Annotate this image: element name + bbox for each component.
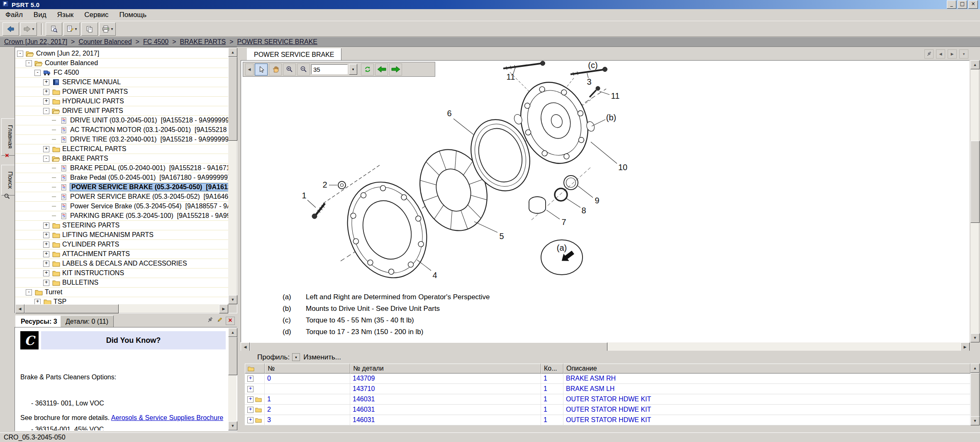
- scrollbar-thumb[interactable]: [24, 304, 119, 313]
- part-number-cell[interactable]: 146031: [350, 405, 541, 415]
- table-row[interactable]: +31460311OUTER STATOR HDWE KIT: [245, 415, 970, 425]
- description-cell[interactable]: OUTER STATOR HDWE KIT: [563, 405, 970, 415]
- edit-icon[interactable]: [216, 317, 223, 325]
- row-expander[interactable]: +: [247, 407, 254, 413]
- header-qty[interactable]: Ко...: [541, 364, 563, 374]
- tree-item[interactable]: +LABELS & DECALS AND ACCESSORIES: [15, 259, 228, 269]
- tab-scroll-right-button[interactable]: ▶: [948, 49, 957, 59]
- search-button[interactable]: [2, 191, 12, 201]
- tree-item[interactable]: POWER SERVICE BRAKE (05.3-2045-050) [9A1…: [15, 183, 228, 192]
- refresh-view-button[interactable]: [361, 63, 374, 76]
- tree-item[interactable]: +STEERING PARTS: [15, 221, 228, 230]
- sidebar-tab-home[interactable]: Главная: [1, 118, 16, 156]
- description-cell[interactable]: BRAKE ASM RH: [563, 374, 970, 384]
- breadcrumb-link[interactable]: BRAKE PARTS: [180, 38, 226, 46]
- scroll-right-button[interactable]: ▶: [219, 304, 228, 313]
- close-panel-button[interactable]: ×: [226, 317, 235, 325]
- tree-item[interactable]: PARKING BRAKE (05.3-2045-100) [9A155218 …: [15, 211, 228, 221]
- quantity-cell[interactable]: 1: [541, 394, 563, 405]
- tree-expander[interactable]: +: [43, 98, 49, 105]
- scrollbar-thumb[interactable]: [228, 337, 237, 375]
- profile-dropdown-button[interactable]: ▾: [292, 353, 300, 361]
- title-bar[interactable]: PSRT 5.0 _ □ ×: [0, 0, 980, 9]
- tree-vertical-scrollbar[interactable]: ▲ ▼: [228, 48, 236, 304]
- tree-item[interactable]: Power Service Brake (05.3-2045-054) [9A1…: [15, 202, 228, 211]
- tree-expander[interactable]: -: [26, 289, 32, 295]
- scroll-left-button[interactable]: ◀: [241, 342, 250, 352]
- tree-item[interactable]: Brake Pedal (05.0-2045-001) [9A167180 - …: [15, 173, 228, 183]
- tree-item[interactable]: BRAKE PEDAL (05.0-2040-001) [9A155218 - …: [15, 164, 228, 173]
- profile-change-link[interactable]: Изменить...: [303, 353, 341, 361]
- tree-expander[interactable]: +: [43, 251, 49, 257]
- sidebar-tab-search[interactable]: Поиск: [1, 165, 16, 195]
- scrollbar-thumb[interactable]: [250, 342, 607, 352]
- quantity-cell[interactable]: 1: [541, 374, 563, 384]
- tree-expander[interactable]: -: [34, 70, 41, 76]
- tree-item[interactable]: +TSP: [15, 297, 228, 304]
- scroll-up-button[interactable]: ▲: [228, 328, 237, 337]
- scroll-down-button[interactable]: ▼: [970, 416, 980, 425]
- forward-button[interactable]: ▾: [20, 22, 37, 36]
- tree-expander[interactable]: +: [34, 299, 41, 305]
- scroll-up-button[interactable]: ▲: [970, 60, 980, 69]
- tree-item[interactable]: -Counter Balanced: [15, 59, 228, 68]
- tree-item[interactable]: +CYLINDER PARTS: [15, 240, 228, 249]
- scroll-up-button[interactable]: ▲: [970, 364, 980, 373]
- tab-power-service-brake[interactable]: POWER SERVICE BRAKE: [247, 48, 341, 61]
- scrollbar-thumb[interactable]: [228, 57, 237, 141]
- part-number-cell[interactable]: 143710: [350, 384, 541, 394]
- tree-item[interactable]: -Turret: [15, 288, 228, 297]
- pointer-tool-button[interactable]: [255, 63, 268, 76]
- menu-file[interactable]: Файл: [0, 9, 28, 21]
- zoom-in-button[interactable]: [283, 63, 296, 76]
- pin-icon[interactable]: [207, 317, 213, 325]
- tree-horizontal-scrollbar[interactable]: ◀ ▶: [15, 304, 228, 313]
- tree-expander[interactable]: +: [43, 270, 49, 276]
- collapse-toolbar-button[interactable]: ◀: [245, 63, 254, 76]
- brochure-link[interactable]: Aerosols & Service Supplies Brochure: [111, 414, 223, 421]
- scroll-down-button[interactable]: ▼: [228, 295, 237, 304]
- tab-resources[interactable]: Ресурсы: 3: [15, 315, 63, 328]
- breadcrumb-link[interactable]: POWER SERVICE BRAKE: [237, 38, 318, 46]
- tree-expander[interactable]: +: [43, 261, 49, 267]
- table-row[interactable]: +21460311OUTER STATOR HDWE KIT: [245, 405, 970, 415]
- report-button[interactable]: ▾: [63, 22, 80, 36]
- next-sheet-button[interactable]: [389, 63, 402, 76]
- item-number-cell[interactable]: 0: [265, 374, 350, 384]
- tree-item[interactable]: +BULLETINS: [15, 278, 228, 288]
- scrollbar-thumb[interactable]: [970, 141, 980, 223]
- tree-expander[interactable]: +: [43, 280, 49, 286]
- tree-expander[interactable]: -: [26, 60, 32, 66]
- quantity-cell[interactable]: 1: [541, 405, 563, 415]
- resource-vertical-scrollbar[interactable]: ▲ ▼: [228, 328, 236, 430]
- header-description[interactable]: Описание: [563, 364, 970, 374]
- tree-expander[interactable]: +: [43, 89, 49, 95]
- tree-expander[interactable]: -: [43, 108, 49, 114]
- breadcrumb-link[interactable]: FC 4500: [143, 38, 168, 46]
- tree-item[interactable]: DRIVE UNIT (03.0-2045-001) [9A155218 - 9…: [15, 116, 228, 125]
- pan-tool-button[interactable]: [269, 63, 282, 76]
- tree-expander[interactable]: +: [43, 232, 49, 238]
- print-preview-button[interactable]: [46, 22, 62, 36]
- menu-language[interactable]: Язык: [52, 9, 79, 21]
- quantity-cell[interactable]: 1: [541, 415, 563, 425]
- tree-item[interactable]: DRIVE TIRE (03.2-2040-001) [9A155218 - 9…: [15, 135, 228, 144]
- header-part-number[interactable]: № детали: [350, 364, 541, 374]
- part-number-cell[interactable]: 146031: [350, 415, 541, 425]
- scroll-down-button[interactable]: ▼: [228, 421, 237, 430]
- table-row[interactable]: +11460311OUTER STATOR HDWE KIT: [245, 394, 970, 405]
- tree-item[interactable]: -FC 4500: [15, 68, 228, 78]
- tree-expander[interactable]: +: [43, 79, 49, 85]
- tree-expander[interactable]: +: [43, 222, 49, 229]
- menu-service[interactable]: Сервис: [79, 9, 114, 21]
- menu-view[interactable]: Вид: [28, 9, 52, 21]
- diagram-viewport[interactable]: 1 2 3 4 5 6 7 8 9 10 11 11 (a) (b) (c) ◀…: [241, 60, 970, 342]
- description-cell[interactable]: OUTER STATOR HDWE KIT: [563, 415, 970, 425]
- row-expander[interactable]: +: [247, 376, 254, 382]
- part-number-cell[interactable]: 146031: [350, 394, 541, 405]
- close-button[interactable]: ×: [968, 0, 978, 9]
- tree-item[interactable]: +KIT INSTRUCTIONS: [15, 269, 228, 278]
- pin-button[interactable]: [924, 49, 934, 59]
- breadcrumb-link[interactable]: Counter Balanced: [78, 38, 132, 46]
- zoom-level-input[interactable]: [311, 64, 348, 74]
